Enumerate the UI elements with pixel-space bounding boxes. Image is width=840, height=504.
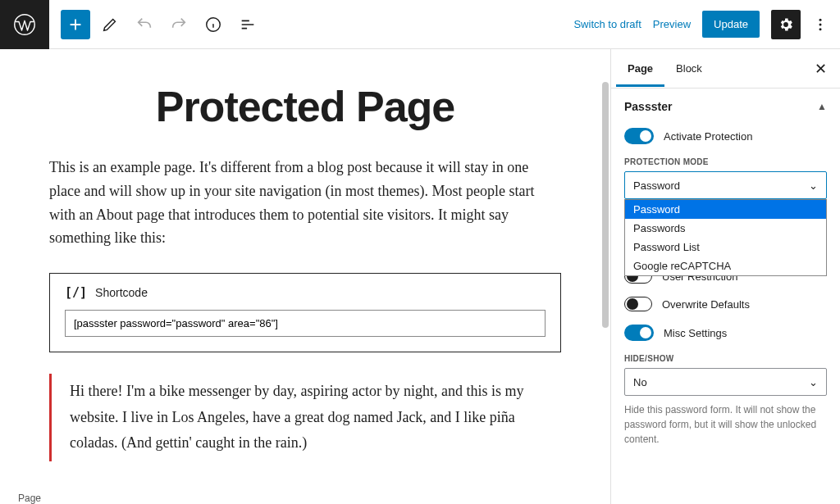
overwrite-defaults-toggle[interactable]: [624, 297, 652, 311]
passster-section-header[interactable]: Passster ▲: [611, 89, 840, 121]
activate-protection-row: Activate Protection: [611, 121, 840, 151]
shortcode-header: [/] Shortcode: [65, 285, 546, 300]
hideshow-label: HIDE/SHOW: [611, 347, 840, 368]
settings-gear-button[interactable]: [771, 10, 801, 39]
collapse-icon: ▲: [817, 101, 827, 112]
editor-canvas[interactable]: Protected Page This is an example page. …: [0, 49, 610, 504]
more-options-button[interactable]: [812, 10, 829, 39]
mode-option-passwords[interactable]: Passwords: [625, 219, 826, 238]
toolbar-right: Switch to draft Preview Update: [573, 10, 840, 39]
outline-button[interactable]: [233, 10, 262, 39]
protection-mode-select-wrap: Password ⌄ Password Passwords Password L…: [624, 171, 827, 199]
workspace: Protected Page This is an example page. …: [0, 49, 840, 504]
edit-mode-button[interactable]: [95, 10, 125, 39]
protection-mode-dropdown: Password Passwords Password List Google …: [624, 199, 827, 276]
add-block-button[interactable]: [61, 10, 90, 39]
intro-paragraph[interactable]: This is an example page. It's different …: [49, 156, 561, 250]
protection-mode-label: PROTECTION MODE: [611, 151, 840, 171]
breadcrumb[interactable]: Page: [18, 493, 41, 504]
activate-label: Activate Protection: [664, 130, 752, 143]
protection-mode-selected: Password: [633, 179, 680, 192]
chevron-down-icon: ⌄: [809, 376, 818, 388]
hideshow-value: No: [633, 376, 647, 388]
overwrite-defaults-row: Overwrite Defaults: [611, 290, 840, 318]
shortcode-icon: [/]: [65, 285, 87, 300]
svg-point-3: [819, 23, 822, 25]
tab-block[interactable]: Block: [664, 51, 714, 86]
hideshow-select-wrap: No ⌄: [624, 368, 827, 396]
activate-protection-toggle[interactable]: [624, 128, 654, 144]
misc-settings-row: Misc Settings: [611, 318, 840, 347]
panel-tabs: Page Block ✕: [611, 49, 840, 89]
section-title: Passster: [624, 100, 672, 113]
quote-block[interactable]: Hi there! I'm a bike messenger by day, a…: [49, 374, 561, 461]
update-button[interactable]: Update: [702, 11, 760, 38]
editor-top-bar: Switch to draft Preview Update: [0, 0, 840, 49]
wordpress-logo[interactable]: [0, 0, 49, 49]
mode-option-password[interactable]: Password: [625, 200, 826, 219]
switch-to-draft-button[interactable]: Switch to draft: [573, 18, 641, 30]
hideshow-select[interactable]: No ⌄: [624, 368, 827, 396]
misc-settings-toggle[interactable]: [624, 325, 654, 341]
overwrite-defaults-label: Overwrite Defaults: [662, 298, 750, 311]
shortcode-label: Shortcode: [95, 286, 148, 299]
svg-point-2: [819, 18, 822, 20]
settings-panel: Page Block ✕ Passster ▲ Activate Protect…: [610, 49, 840, 504]
mode-option-password-list[interactable]: Password List: [625, 238, 826, 257]
preview-button[interactable]: Preview: [653, 18, 691, 30]
toolbar-left: [49, 10, 262, 39]
chevron-down-icon: ⌄: [809, 179, 818, 192]
mode-option-recaptcha[interactable]: Google reCAPTCHA: [625, 257, 826, 275]
protection-mode-select[interactable]: Password ⌄: [624, 171, 827, 199]
misc-settings-label: Misc Settings: [664, 327, 727, 339]
page-title[interactable]: Protected Page: [49, 82, 561, 131]
close-panel-button[interactable]: ✕: [806, 60, 835, 78]
undo-button[interactable]: [130, 10, 159, 39]
tab-page[interactable]: Page: [616, 51, 664, 87]
svg-point-4: [819, 28, 822, 30]
svg-point-0: [15, 14, 35, 34]
shortcode-input[interactable]: [65, 310, 546, 337]
hideshow-help-text: Hide this password form. It will not sho…: [611, 396, 840, 460]
redo-button[interactable]: [164, 10, 194, 39]
shortcode-block[interactable]: [/] Shortcode: [49, 273, 561, 352]
scrollbar[interactable]: [602, 82, 609, 328]
info-button[interactable]: [199, 10, 228, 39]
